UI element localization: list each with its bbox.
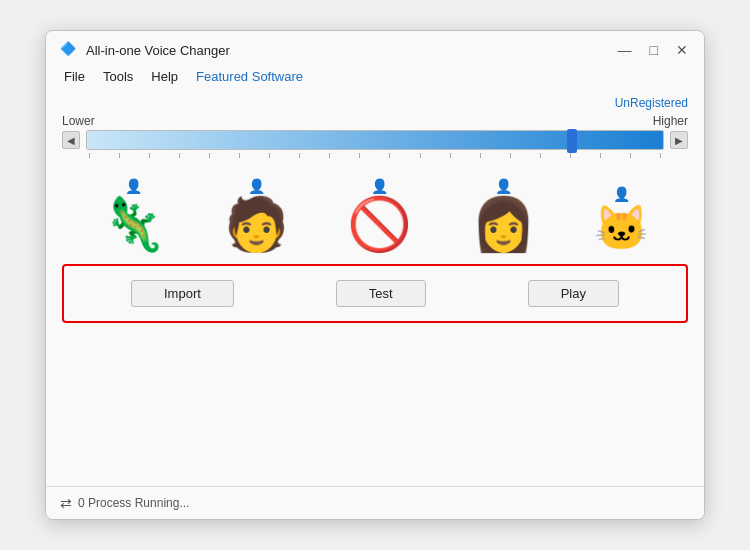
- app-icon: 🔷: [60, 41, 78, 59]
- slider-row: ◀: [62, 130, 688, 150]
- menu-help[interactable]: Help: [143, 67, 186, 86]
- pitch-slider-thumb[interactable]: [567, 129, 577, 153]
- pin-dragon: 👤: [125, 178, 142, 194]
- tick: [540, 153, 541, 158]
- minimize-button[interactable]: —: [616, 43, 634, 57]
- unregistered-bar: UnRegistered: [62, 96, 688, 110]
- window-controls: — □ ✕: [616, 43, 690, 57]
- avatar-dragon-emoji: 🦎: [101, 198, 166, 250]
- tick: [510, 153, 511, 158]
- avatar-man-emoji: 🧑: [224, 198, 289, 250]
- pin-cat: 👤: [613, 186, 630, 202]
- action-buttons-box: Import Test Play: [62, 264, 688, 323]
- pitch-slider-track[interactable]: [86, 130, 664, 150]
- test-button[interactable]: Test: [336, 280, 426, 307]
- import-button[interactable]: Import: [131, 280, 234, 307]
- tick: [179, 153, 180, 158]
- avatar-woman-emoji: 👩: [471, 198, 536, 250]
- tick: [600, 153, 601, 158]
- tick: [389, 153, 390, 158]
- tick: [570, 153, 571, 158]
- avatar-none-emoji: 🚫: [347, 198, 412, 250]
- tick: [450, 153, 451, 158]
- avatar-cat-emoji: 🐱: [594, 206, 649, 250]
- title-left: 🔷 All-in-one Voice Changer: [60, 41, 230, 59]
- menu-file[interactable]: File: [56, 67, 93, 86]
- status-text: 0 Process Running...: [78, 496, 189, 510]
- close-button[interactable]: ✕: [674, 43, 690, 57]
- tick: [299, 153, 300, 158]
- avatar-man[interactable]: 👤 🧑: [224, 178, 289, 250]
- tick: [239, 153, 240, 158]
- maximize-button[interactable]: □: [648, 43, 660, 57]
- avatar-dragon[interactable]: 👤 🦎: [101, 178, 166, 250]
- pin-man: 👤: [248, 178, 265, 194]
- avatars-row: 👤 🦎 👤 🧑 👤 🚫 👤 👩 👤 🐱: [62, 178, 688, 250]
- lower-label: Lower: [62, 114, 95, 128]
- menu-featured-software[interactable]: Featured Software: [188, 67, 311, 86]
- status-bar: ⇄ 0 Process Running...: [46, 486, 704, 519]
- tick: [630, 153, 631, 158]
- menu-tools[interactable]: Tools: [95, 67, 141, 86]
- tick: [209, 153, 210, 158]
- tick: [420, 153, 421, 158]
- pitch-labels: Lower Higher: [62, 114, 688, 128]
- pin-woman: 👤: [495, 178, 512, 194]
- higher-label: Higher: [653, 114, 688, 128]
- slider-right-arrow[interactable]: ▶: [670, 131, 688, 149]
- menu-bar: File Tools Help Featured Software: [46, 65, 704, 90]
- avatar-cat[interactable]: 👤 🐱: [594, 186, 649, 250]
- window-title: All-in-one Voice Changer: [86, 43, 230, 58]
- avatar-woman[interactable]: 👤 👩: [471, 178, 536, 250]
- slider-left-arrow[interactable]: ◀: [62, 131, 80, 149]
- tick: [89, 153, 90, 158]
- tick: [329, 153, 330, 158]
- tick: [149, 153, 150, 158]
- tick: [480, 153, 481, 158]
- main-window: 🔷 All-in-one Voice Changer — □ ✕ File To…: [45, 30, 705, 520]
- status-icon: ⇄: [60, 495, 72, 511]
- tick: [269, 153, 270, 158]
- slider-ticks: [87, 153, 663, 161]
- title-bar: 🔷 All-in-one Voice Changer — □ ✕: [46, 31, 704, 65]
- tick: [660, 153, 661, 158]
- tick: [359, 153, 360, 158]
- play-button[interactable]: Play: [528, 280, 619, 307]
- tick: [119, 153, 120, 158]
- unregistered-label[interactable]: UnRegistered: [615, 96, 688, 110]
- pin-none: 👤: [371, 178, 388, 194]
- content-area: UnRegistered Lower Higher ◀: [46, 90, 704, 486]
- avatar-none[interactable]: 👤 🚫: [347, 178, 412, 250]
